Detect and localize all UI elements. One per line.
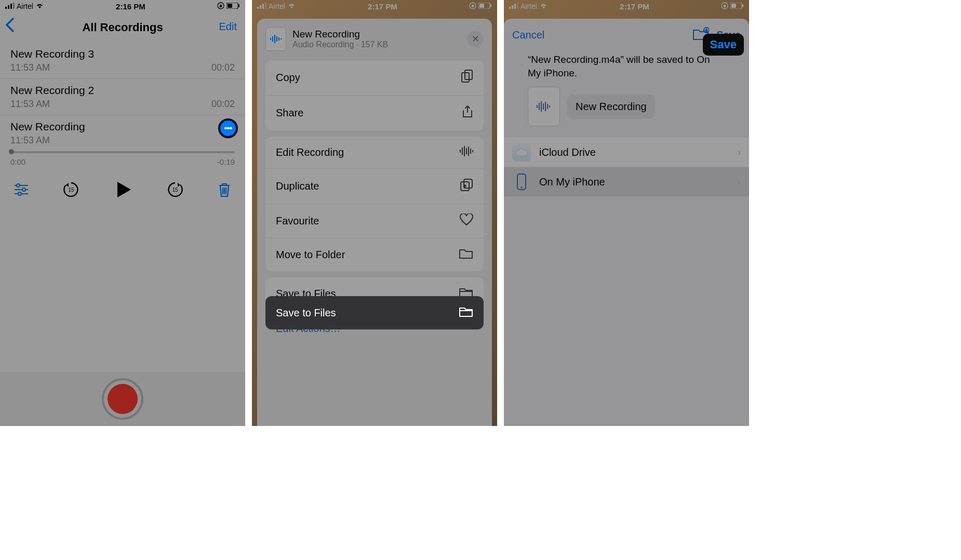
duplicate-icon xyxy=(460,178,473,194)
location-on-my-iphone[interactable]: On My iPhone › xyxy=(504,167,749,197)
carrier-label: Airtel xyxy=(520,2,537,10)
orientation-lock-icon xyxy=(217,2,224,11)
record-button[interactable] xyxy=(102,378,143,420)
svg-rect-34 xyxy=(274,35,275,43)
audio-file-icon xyxy=(265,27,286,51)
options-icon[interactable] xyxy=(14,183,29,196)
trash-icon[interactable] xyxy=(217,182,232,197)
recording-row[interactable]: New Recording 2 11:53 AM 00:02 xyxy=(0,79,245,115)
iphone-icon xyxy=(512,172,531,191)
svg-rect-53 xyxy=(517,3,518,9)
svg-rect-50 xyxy=(509,7,511,9)
recording-time: 11:53 AM xyxy=(10,99,50,110)
remaining-time: -0:19 xyxy=(217,157,235,166)
svg-point-12 xyxy=(22,188,25,191)
sheet-title: New Recording xyxy=(292,29,388,40)
signal-icon xyxy=(5,2,15,10)
carrier-label: Airtel xyxy=(269,2,285,10)
more-options-button[interactable]: ••• xyxy=(218,118,238,138)
recording-row[interactable]: New Recording 3 11:53 AM 00:02 xyxy=(0,43,245,79)
location-label: On My iPhone xyxy=(539,176,605,188)
phone-action-sheet: Airtel 2:17 PM New Recording Audio Recor… xyxy=(252,0,497,426)
svg-rect-65 xyxy=(547,104,548,109)
folder-icon xyxy=(459,248,473,262)
watermark: www.deuaq.com xyxy=(704,419,746,425)
action-label: Move to Folder xyxy=(276,249,345,261)
svg-rect-24 xyxy=(260,5,261,9)
svg-rect-31 xyxy=(490,4,491,7)
svg-rect-23 xyxy=(257,7,259,9)
battery-icon xyxy=(730,2,744,10)
svg-text:15: 15 xyxy=(172,187,178,193)
back-button[interactable] xyxy=(5,18,15,36)
signal-icon xyxy=(257,2,266,10)
action-move-folder[interactable]: Move to Folder xyxy=(265,238,484,271)
svg-rect-0 xyxy=(5,7,7,9)
clock-label: 2:17 PM xyxy=(368,2,397,11)
svg-rect-52 xyxy=(514,4,516,9)
play-icon[interactable] xyxy=(113,180,133,199)
rewind-15-icon[interactable]: 15 xyxy=(62,181,80,198)
svg-rect-51 xyxy=(512,5,513,9)
recording-duration: 00:02 xyxy=(211,99,235,110)
action-edit-recording[interactable]: Edit Recording xyxy=(265,137,484,169)
svg-rect-28 xyxy=(472,5,474,7)
cancel-button[interactable]: Cancel xyxy=(512,29,544,41)
svg-rect-58 xyxy=(742,4,743,7)
save-message: “New Recording.m4a” will be saved to On … xyxy=(504,51,749,87)
svg-rect-55 xyxy=(724,5,726,7)
svg-rect-44 xyxy=(468,146,469,156)
action-label: Copy xyxy=(276,72,300,84)
svg-rect-5 xyxy=(220,5,222,7)
save-sheet: Cancel Save “New Recording.m4a” will be … xyxy=(504,19,749,426)
svg-rect-2 xyxy=(10,4,12,9)
highlight-save-button[interactable]: Save xyxy=(703,34,744,56)
wifi-icon xyxy=(539,2,548,10)
svg-rect-3 xyxy=(13,3,15,9)
clock-label: 2:16 PM xyxy=(116,2,145,11)
recording-title: New Recording xyxy=(10,121,235,133)
svg-rect-7 xyxy=(228,4,232,8)
svg-rect-62 xyxy=(541,101,542,112)
action-sheet: New Recording Audio Recording · 157 KB ✕… xyxy=(257,19,492,426)
svg-rect-33 xyxy=(272,36,273,42)
status-bar: Airtel 2:16 PM xyxy=(0,0,245,12)
location-label: iCloud Drive xyxy=(539,146,596,158)
share-icon xyxy=(462,105,473,121)
recording-duration: 00:02 xyxy=(211,62,235,73)
chevron-right-icon: › xyxy=(738,177,741,188)
svg-text:15: 15 xyxy=(68,187,74,193)
page-title: All Recordings xyxy=(82,21,163,34)
highlight-label: Save to Files xyxy=(276,307,336,319)
action-label: Edit Recording xyxy=(276,146,344,158)
action-favourite[interactable]: Favourite xyxy=(265,204,484,238)
close-button[interactable]: ✕ xyxy=(467,31,484,47)
orientation-lock-icon xyxy=(469,2,476,11)
svg-rect-42 xyxy=(464,146,465,156)
svg-rect-40 xyxy=(460,150,461,153)
edit-button[interactable]: Edit xyxy=(219,21,237,33)
nav-bar: All Recordings Edit xyxy=(0,12,245,43)
carrier-label: Airtel xyxy=(17,2,33,10)
filename-field[interactable]: New Recording xyxy=(567,95,655,119)
svg-rect-66 xyxy=(549,105,550,108)
battery-icon xyxy=(226,2,240,10)
svg-marker-15 xyxy=(66,183,69,187)
svg-rect-61 xyxy=(539,103,540,110)
battery-icon xyxy=(478,2,492,10)
phone-save-to-files: Airtel 2:17 PM Cancel Save “New Recordin… xyxy=(504,0,749,426)
playback-slider[interactable] xyxy=(0,146,245,153)
copy-icon xyxy=(461,70,473,86)
svg-marker-18 xyxy=(178,183,180,187)
action-label: Favourite xyxy=(276,215,319,227)
action-label: Share xyxy=(276,107,303,119)
wifi-icon xyxy=(287,2,296,10)
forward-15-icon[interactable]: 15 xyxy=(166,181,184,198)
action-copy[interactable]: Copy xyxy=(265,60,484,96)
recording-row-selected[interactable]: New Recording 11:53 AM ••• xyxy=(0,115,245,146)
action-share[interactable]: Share xyxy=(265,96,484,130)
location-icloud-drive[interactable]: iCloud Drive › xyxy=(504,138,749,167)
svg-rect-64 xyxy=(545,102,546,111)
highlight-save-to-files[interactable]: Save to Files xyxy=(265,296,484,329)
action-duplicate[interactable]: Duplicate xyxy=(265,169,484,204)
